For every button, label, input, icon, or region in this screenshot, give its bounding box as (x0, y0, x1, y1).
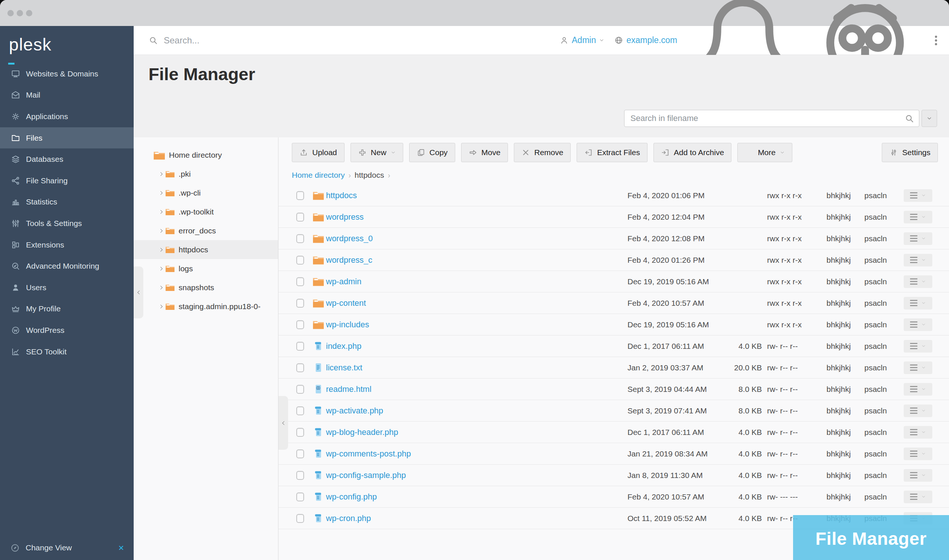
row-checkbox[interactable] (296, 277, 304, 286)
file-name-link[interactable]: wp-admin (326, 277, 361, 286)
tree-item[interactable]: .pki (134, 165, 278, 183)
sidebar-item[interactable]: My Profile (0, 298, 134, 320)
toolbar-button[interactable]: Upload (292, 143, 345, 162)
row-checkbox[interactable] (296, 471, 304, 480)
sidebar-item[interactable]: Mail (0, 85, 134, 106)
row-checkbox[interactable] (296, 428, 304, 437)
tree-item[interactable]: error_docs (134, 221, 278, 240)
row-checkbox[interactable] (296, 385, 304, 394)
file-name-link[interactable]: wp-config-sample.php (326, 471, 406, 480)
user-name[interactable]: Admin (572, 35, 596, 45)
chevron-right-icon[interactable] (159, 191, 164, 195)
row-checkbox[interactable] (296, 299, 304, 308)
row-menu-button[interactable] (904, 426, 932, 438)
file-name-link[interactable]: license.txt (326, 363, 362, 372)
row-menu-button[interactable] (904, 318, 932, 331)
row-checkbox[interactable] (296, 406, 304, 415)
row-checkbox[interactable] (296, 213, 304, 222)
row-menu-button[interactable] (904, 448, 932, 460)
window-control-dot[interactable] (8, 10, 14, 16)
file-name-link[interactable]: wp-comments-post.php (326, 449, 411, 458)
row-menu-button[interactable] (904, 491, 932, 503)
sidebar-item[interactable]: Files (0, 127, 134, 149)
toolbar-button[interactable]: Extract Files (576, 143, 647, 162)
file-name-link[interactable]: readme.html (326, 385, 371, 394)
row-menu-button[interactable] (904, 469, 932, 482)
sidebar-item[interactable]: SEO Toolkit (0, 341, 134, 363)
file-name-link[interactable]: wp-includes (326, 320, 369, 329)
file-name-link[interactable]: wp-activate.php (326, 406, 383, 415)
sidebar-item[interactable]: Websites & Domains (0, 63, 134, 85)
breadcrumb-home-link[interactable]: Home directory (292, 171, 345, 180)
sidebar-item[interactable]: Advanced Monitoring (0, 255, 134, 277)
file-name-link[interactable]: index.php (326, 342, 361, 351)
sidebar-item[interactable]: File Sharing (0, 170, 134, 191)
window-control-dot[interactable] (26, 10, 32, 16)
sidebar-item[interactable]: Statistics (0, 191, 134, 213)
row-menu-button[interactable] (904, 254, 932, 266)
file-name-link[interactable]: wordpress_c (326, 255, 373, 265)
chevron-right-icon[interactable] (159, 247, 164, 252)
row-menu-button[interactable] (904, 362, 932, 374)
row-menu-button[interactable] (904, 340, 932, 352)
domain-menu[interactable]: example.com (614, 35, 677, 45)
tree-item[interactable]: httpdocs (134, 240, 278, 259)
row-checkbox[interactable] (296, 320, 304, 329)
toolbar-button[interactable]: Settings (882, 143, 938, 162)
chevron-right-icon[interactable] (159, 266, 164, 271)
chevron-right-icon[interactable] (159, 228, 164, 234)
chevron-right-icon[interactable] (159, 209, 164, 214)
sidebar-item[interactable]: Extensions (0, 234, 134, 256)
file-name-link[interactable]: wp-config.php (326, 492, 377, 502)
close-icon[interactable]: × (119, 543, 124, 552)
toolbar-button[interactable]: Add to Archive (653, 143, 732, 162)
toolbar-button[interactable]: New (350, 143, 403, 162)
tree-item[interactable]: .wp-cli (134, 183, 278, 202)
file-name-link[interactable]: wp-cron.php (326, 514, 371, 523)
change-view-banner[interactable]: Change View × (0, 535, 134, 560)
row-menu-button[interactable] (904, 275, 932, 288)
tree-item[interactable]: staging.admin.ppu18-0- (134, 297, 278, 316)
sidebar-item[interactable]: WordPress (0, 320, 134, 341)
row-menu-button[interactable] (904, 297, 932, 309)
filename-search-options-button[interactable] (921, 110, 937, 127)
row-checkbox[interactable] (296, 191, 304, 200)
row-menu-button[interactable] (904, 211, 932, 223)
sidebar-collapse-handle[interactable] (134, 266, 143, 318)
chevron-right-icon[interactable] (159, 171, 164, 177)
sidebar-item[interactable]: Applications (0, 106, 134, 127)
toolbar-button[interactable]: Move (461, 143, 508, 162)
row-checkbox[interactable] (296, 363, 304, 372)
row-menu-button[interactable] (904, 383, 932, 395)
file-name-link[interactable]: httpdocs (326, 191, 357, 200)
row-checkbox[interactable] (296, 234, 304, 243)
row-checkbox[interactable] (296, 514, 304, 523)
file-name-link[interactable]: wordpress (326, 212, 364, 222)
global-search-input[interactable] (164, 35, 350, 46)
more-menu-icon[interactable] (934, 34, 938, 47)
toolbar-button[interactable]: Copy (409, 143, 455, 162)
toolbar-button[interactable]: Remove (514, 143, 571, 162)
row-checkbox[interactable] (296, 342, 304, 351)
file-name-link[interactable]: wp-content (326, 298, 366, 308)
filename-search-input[interactable] (624, 110, 919, 126)
tree-collapse-handle[interactable] (279, 396, 288, 450)
row-menu-button[interactable] (904, 232, 932, 245)
row-checkbox[interactable] (296, 449, 304, 458)
chevron-right-icon[interactable] (159, 285, 164, 290)
tree-item[interactable]: logs (134, 259, 278, 278)
file-name-link[interactable]: wp-blog-header.php (326, 428, 398, 437)
tree-item[interactable]: snapshots (134, 278, 278, 297)
window-control-dot[interactable] (17, 10, 23, 16)
row-menu-button[interactable] (904, 189, 932, 202)
sidebar-item[interactable]: Tools & Settings (0, 213, 134, 234)
sidebar-item[interactable]: Databases (0, 148, 134, 170)
domain-name[interactable]: example.com (626, 35, 677, 45)
chevron-right-icon[interactable] (159, 304, 164, 309)
sidebar-item[interactable]: Users (0, 277, 134, 298)
toolbar-button[interactable]: More (737, 143, 792, 162)
row-menu-button[interactable] (904, 405, 932, 417)
row-checkbox[interactable] (296, 256, 304, 265)
user-menu[interactable]: Admin (559, 35, 604, 45)
tree-item[interactable]: .wp-toolkit (134, 202, 278, 221)
